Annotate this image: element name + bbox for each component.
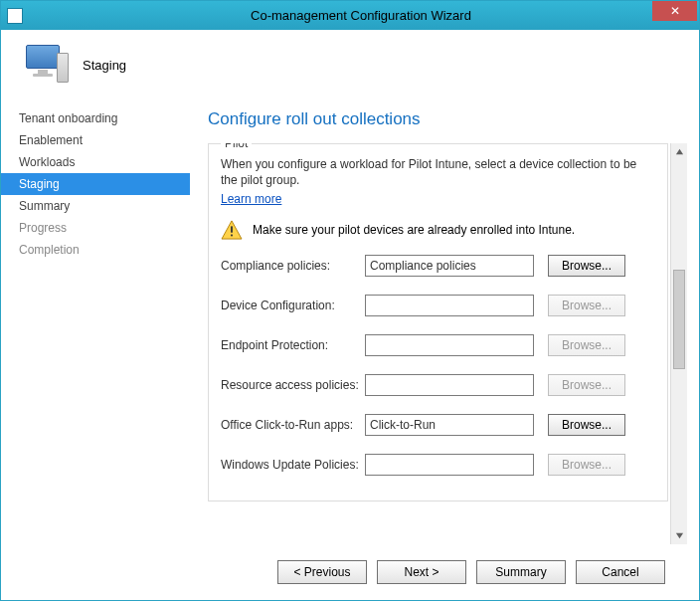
collection-input[interactable]: [365, 374, 534, 396]
sidebar-item-progress[interactable]: Progress: [1, 217, 190, 239]
row-label: Windows Update Policies:: [221, 458, 365, 472]
computer-icon: [21, 45, 69, 85]
pilot-group: Pilot When you configure a workload for …: [208, 143, 668, 501]
warning-icon: [221, 220, 243, 240]
collection-input[interactable]: [365, 255, 534, 277]
vertical-scrollbar[interactable]: [670, 143, 687, 544]
group-legend: Pilot: [221, 143, 252, 150]
close-button[interactable]: ✕: [652, 1, 697, 21]
svg-marker-4: [675, 533, 682, 538]
content-scroll-wrap: Pilot When you configure a workload for …: [208, 143, 687, 544]
title-bar: Co-management Configuration Wizard ✕: [1, 1, 699, 30]
scroll-track[interactable]: [671, 160, 687, 527]
browse-button: Browse...: [548, 295, 625, 316]
wizard-main: Configure roll out collections Pilot Whe…: [190, 100, 699, 600]
scroll-down-button[interactable]: [671, 527, 687, 544]
warning-text: Make sure your pilot devices are already…: [253, 223, 575, 237]
next-button[interactable]: Next >: [377, 560, 466, 584]
sidebar-item-staging[interactable]: Staging: [1, 173, 190, 195]
system-icon: [7, 8, 23, 24]
collection-input[interactable]: [365, 454, 534, 476]
row-label: Resource access policies:: [221, 378, 365, 392]
cancel-button[interactable]: Cancel: [576, 560, 665, 584]
wizard-window: Co-management Configuration Wizard ✕ Sta…: [0, 0, 700, 601]
row-label: Endpoint Protection:: [221, 338, 365, 352]
sidebar-item-label: Enablement: [19, 133, 83, 147]
config-row: Device Configuration:Browse...: [221, 294, 655, 317]
close-icon: ✕: [670, 5, 680, 17]
browse-button[interactable]: Browse...: [548, 414, 625, 436]
scroll-thumb[interactable]: [673, 270, 685, 369]
row-label: Office Click-to-Run apps:: [221, 418, 365, 432]
warning-row: Make sure your pilot devices are already…: [221, 220, 655, 240]
browse-button: Browse...: [548, 334, 625, 356]
config-row: Office Click-to-Run apps:Browse...: [221, 413, 655, 437]
sidebar-item-enablement[interactable]: Enablement: [1, 129, 190, 151]
sidebar-item-label: Progress: [19, 221, 67, 235]
config-row: Windows Update Policies:Browse...: [221, 453, 655, 477]
wizard-footer: < Previous Next > Summary Cancel: [208, 544, 687, 600]
sidebar-item-workloads[interactable]: Workloads: [1, 151, 190, 173]
sidebar-item-summary[interactable]: Summary: [1, 195, 190, 217]
sidebar-item-label: Staging: [19, 177, 60, 191]
page-heading: Configure roll out collections: [208, 109, 687, 129]
row-label: Compliance policies:: [221, 259, 365, 273]
svg-rect-2: [231, 235, 233, 237]
svg-marker-3: [675, 149, 682, 154]
intro-text: When you configure a workload for Pilot …: [221, 156, 655, 188]
sidebar-item-label: Completion: [19, 243, 80, 257]
browse-button: Browse...: [548, 454, 625, 476]
collection-input[interactable]: [365, 414, 534, 436]
collection-input[interactable]: [365, 334, 534, 356]
wizard-body: Tenant onboardingEnablementWorkloadsStag…: [1, 100, 699, 600]
window-title: Co-management Configuration Wizard: [23, 8, 699, 23]
chevron-down-icon: [675, 531, 684, 540]
collection-input[interactable]: [365, 295, 534, 316]
wizard-header: Staging: [1, 30, 699, 100]
config-row: Resource access policies:Browse...: [221, 373, 655, 397]
config-row: Endpoint Protection:Browse...: [221, 333, 655, 357]
row-label: Device Configuration:: [221, 299, 365, 312]
scroll-up-button[interactable]: [671, 143, 687, 160]
sidebar-item-label: Summary: [19, 199, 70, 213]
chevron-up-icon: [675, 147, 684, 156]
previous-button[interactable]: < Previous: [277, 560, 367, 584]
header-section-label: Staging: [83, 58, 126, 73]
sidebar-item-label: Tenant onboarding: [19, 111, 117, 125]
content-area: Pilot When you configure a workload for …: [208, 143, 670, 544]
learn-more-link[interactable]: Learn more: [221, 192, 281, 206]
sidebar-item-label: Workloads: [19, 155, 75, 169]
summary-button[interactable]: Summary: [476, 560, 566, 584]
svg-rect-1: [231, 227, 233, 233]
sidebar-item-completion[interactable]: Completion: [1, 239, 190, 261]
wizard-sidebar: Tenant onboardingEnablementWorkloadsStag…: [1, 100, 190, 600]
sidebar-item-tenant-onboarding[interactable]: Tenant onboarding: [1, 107, 190, 129]
browse-button[interactable]: Browse...: [548, 255, 625, 277]
config-row: Compliance policies:Browse...: [221, 254, 655, 278]
browse-button: Browse...: [548, 374, 625, 396]
